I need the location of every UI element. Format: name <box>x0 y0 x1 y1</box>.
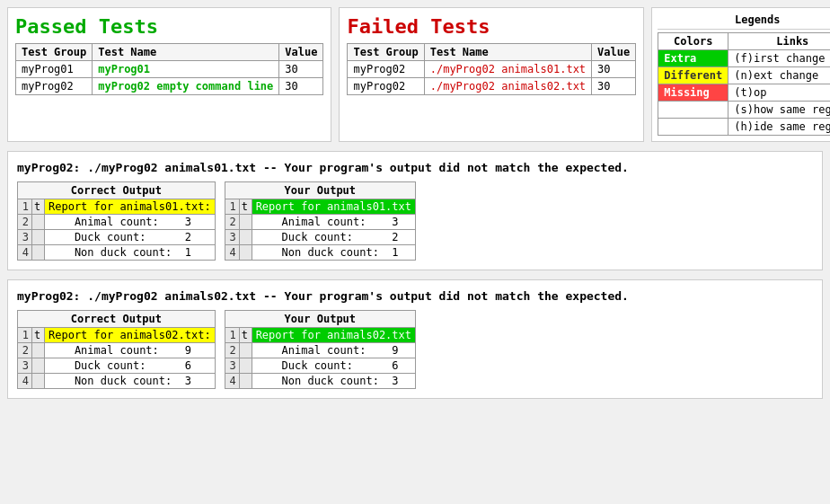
content-cell: Report for animals02.txt: <box>45 328 216 343</box>
cell-name[interactable]: ./myProg02 animals02.txt <box>424 78 591 95</box>
legend-color-cell <box>658 102 728 119</box>
table-row: 1 t Report for animals01.txt: <box>18 199 216 215</box>
content-cell: Animal count: 9 <box>45 343 216 358</box>
content-cell: Animal count: 3 <box>45 215 216 230</box>
table-row: 4 Non duck count: 3 <box>225 374 415 389</box>
cell-name[interactable]: myProg01 <box>93 61 279 78</box>
line-num: 4 <box>225 374 239 389</box>
content-cell: Report for animals01.txt <box>252 199 415 215</box>
type-cell <box>32 343 45 358</box>
content-cell: Duck count: 2 <box>45 230 216 245</box>
line-num: 3 <box>18 230 32 245</box>
diff-section-2: myProg02: ./myProg02 animals02.txt -- Yo… <box>7 279 823 399</box>
table-row: 1 t Report for animals02.txt <box>225 328 415 343</box>
legends-title: Legends <box>658 13 830 30</box>
line-num: 2 <box>18 343 32 358</box>
cell-name[interactable]: myProg02 empty command line <box>93 78 279 95</box>
type-cell: t <box>32 328 45 343</box>
passed-col-group: Test Group <box>16 44 93 61</box>
list-item: Missing(t)op <box>658 84 830 102</box>
table-row: 2 Animal count: 9 <box>225 343 415 358</box>
legend-link-cell[interactable]: (h)ide same region <box>728 119 830 136</box>
cell-group: myProg01 <box>16 61 93 78</box>
content-cell: Non duck count: 1 <box>252 245 415 261</box>
diff-output-table: Correct Output 1 t Report for animals01.… <box>17 181 216 261</box>
cell-value: 30 <box>592 78 636 95</box>
line-num: 1 <box>225 328 239 343</box>
passed-table: Test Group Test Name Value myProg01 myPr… <box>15 43 323 95</box>
content-cell: Duck count: 2 <box>252 230 415 245</box>
line-num: 1 <box>225 199 239 215</box>
passed-col-name: Test Name <box>93 44 279 61</box>
content-cell: Non duck count: 1 <box>45 245 216 261</box>
legends-links-header: Links <box>728 33 830 50</box>
legend-color-cell: Missing <box>658 84 728 102</box>
table-row: 2 Animal count: 3 <box>225 215 415 230</box>
legends-panel: Legends Colors Links Extra(f)irst change… <box>651 7 830 142</box>
failed-col-value: Value <box>592 44 636 61</box>
type-cell <box>32 215 45 230</box>
passed-tests-panel: Passed Tests Test Group Test Name Value … <box>7 7 331 142</box>
content-cell: Report for animals01.txt: <box>45 199 216 215</box>
diff-table-container: Correct Output 1 t Report for animals02.… <box>17 310 813 389</box>
line-num: 3 <box>18 358 32 374</box>
legend-link-cell[interactable]: (f)irst change <box>728 50 830 67</box>
legend-link-cell[interactable]: (t)op <box>728 84 830 102</box>
table-row: 1 t Report for animals01.txt <box>225 199 415 215</box>
type-cell: t <box>239 199 252 215</box>
legends-colors-header: Colors <box>658 33 728 50</box>
type-cell <box>32 358 45 374</box>
top-section: Passed Tests Test Group Test Name Value … <box>7 7 823 142</box>
diff-output-table: Your Output 1 t Report for animals02.txt… <box>225 310 416 389</box>
cell-group: myProg02 <box>16 78 93 95</box>
line-num: 4 <box>225 245 239 261</box>
list-item: (s)how same region <box>658 102 830 119</box>
cell-name[interactable]: ./myProg02 animals01.txt <box>424 61 591 78</box>
cell-value: 30 <box>592 61 636 78</box>
legend-color-cell <box>658 119 728 136</box>
table-row: 3 Duck count: 6 <box>18 358 216 374</box>
table-row: 4 Non duck count: 1 <box>18 245 216 261</box>
diff-title: myProg02: ./myProg02 animals01.txt -- Yo… <box>17 161 813 174</box>
table-row: myProg02 myProg02 empty command line 30 <box>16 78 323 95</box>
table-row: myProg02 ./myProg02 animals01.txt 30 <box>348 61 636 78</box>
legend-link-cell[interactable]: (n)ext change <box>728 67 830 84</box>
failed-col-name: Test Name <box>424 44 591 61</box>
content-cell: Duck count: 6 <box>45 358 216 374</box>
passed-title: Passed Tests <box>15 15 323 38</box>
legend-link-cell[interactable]: (s)how same region <box>728 102 830 119</box>
line-num: 2 <box>225 215 239 230</box>
failed-col-group: Test Group <box>348 44 424 61</box>
type-cell: t <box>32 199 45 215</box>
type-cell <box>239 343 252 358</box>
type-cell <box>239 230 252 245</box>
legends-table: Colors Links Extra(f)irst changeDifferen… <box>658 32 830 136</box>
table-row: 4 Non duck count: 1 <box>225 245 415 261</box>
line-num: 1 <box>18 199 32 215</box>
type-cell <box>32 245 45 261</box>
diff-table-header: Your Output <box>225 182 415 199</box>
line-num: 4 <box>18 245 32 261</box>
content-cell: Non duck count: 3 <box>252 374 415 389</box>
type-cell <box>239 374 252 389</box>
table-row: 3 Duck count: 2 <box>225 230 415 245</box>
line-num: 3 <box>225 358 239 374</box>
diff-section-1: myProg02: ./myProg02 animals01.txt -- Yo… <box>7 151 823 270</box>
table-row: 1 t Report for animals02.txt: <box>18 328 216 343</box>
content-cell: Non duck count: 3 <box>45 374 216 389</box>
table-row: myProg01 myProg01 30 <box>16 61 323 78</box>
passed-col-value: Value <box>279 44 323 61</box>
line-num: 4 <box>18 374 32 389</box>
table-row: 4 Non duck count: 3 <box>18 374 216 389</box>
failed-tests-panel: Failed Tests Test Group Test Name Value … <box>339 7 644 142</box>
diff-table-header: Your Output <box>225 311 415 328</box>
list-item: Different(n)ext change <box>658 67 830 84</box>
cell-group: myProg02 <box>348 61 424 78</box>
cell-group: myProg02 <box>348 78 424 95</box>
diff-title: myProg02: ./myProg02 animals02.txt -- Yo… <box>17 289 813 303</box>
type-cell: t <box>239 328 252 343</box>
diff-output-table: Correct Output 1 t Report for animals02.… <box>17 310 216 389</box>
table-row: 2 Animal count: 9 <box>18 343 216 358</box>
legend-color-cell: Different <box>658 67 728 84</box>
type-cell <box>239 215 252 230</box>
